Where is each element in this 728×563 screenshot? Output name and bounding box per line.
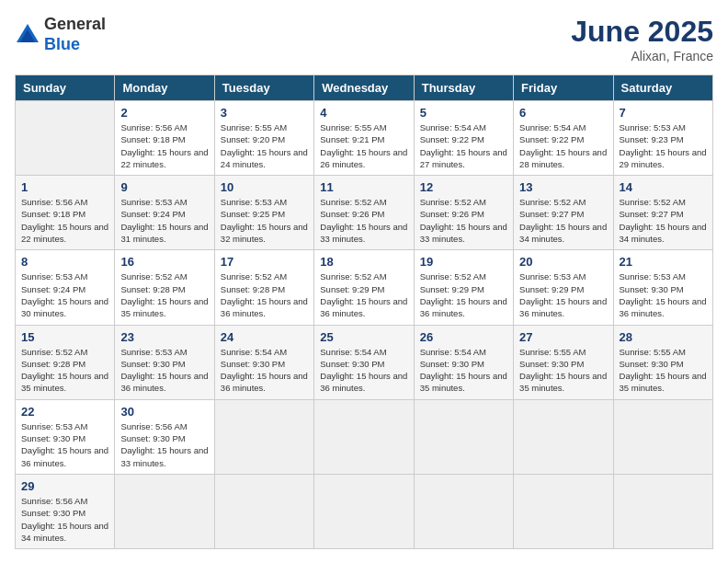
table-row: 7 Sunrise: 5:53 AMSunset: 9:23 PMDayligh… bbox=[613, 101, 712, 176]
day-number: 7 bbox=[620, 106, 707, 120]
day-number: 24 bbox=[221, 330, 308, 344]
empty-cell bbox=[514, 474, 613, 548]
table-row: 29 Sunrise: 5:56 AMSunset: 9:30 PMDaylig… bbox=[16, 474, 115, 548]
day-info: Sunrise: 5:53 AMSunset: 9:30 PMDaylight:… bbox=[120, 346, 208, 395]
day-info: Sunrise: 5:53 AMSunset: 9:30 PMDaylight:… bbox=[620, 270, 707, 319]
table-row: 25 Sunrise: 5:54 AMSunset: 9:30 PMDaylig… bbox=[314, 325, 414, 399]
day-number: 27 bbox=[519, 330, 607, 344]
table-row: 17 Sunrise: 5:52 AMSunset: 9:28 PMDaylig… bbox=[214, 250, 313, 325]
day-number: 30 bbox=[120, 405, 208, 419]
day-info: Sunrise: 5:53 AMSunset: 9:30 PMDaylight:… bbox=[21, 420, 108, 469]
day-info: Sunrise: 5:56 AMSunset: 9:18 PMDaylight:… bbox=[21, 196, 108, 245]
table-row: 1 Sunrise: 5:56 AMSunset: 9:18 PMDayligh… bbox=[16, 176, 115, 250]
table-row: 12 Sunrise: 5:52 AMSunset: 9:26 PMDaylig… bbox=[414, 176, 513, 250]
header-wednesday: Wednesday bbox=[314, 75, 414, 101]
day-info: Sunrise: 5:54 AMSunset: 9:30 PMDaylight:… bbox=[420, 346, 507, 395]
day-info: Sunrise: 5:54 AMSunset: 9:30 PMDaylight:… bbox=[320, 346, 407, 395]
table-row: 5 Sunrise: 5:54 AMSunset: 9:22 PMDayligh… bbox=[414, 101, 513, 176]
day-number: 9 bbox=[120, 180, 208, 194]
week-row-4: 15 Sunrise: 5:52 AMSunset: 9:28 PMDaylig… bbox=[16, 325, 713, 399]
day-number: 14 bbox=[620, 180, 707, 194]
day-number: 1 bbox=[21, 180, 108, 194]
table-row: 28 Sunrise: 5:55 AMSunset: 9:30 PMDaylig… bbox=[613, 325, 712, 399]
header-sunday: Sunday bbox=[16, 75, 115, 101]
day-number: 26 bbox=[420, 330, 507, 344]
month-title: June 2025 bbox=[571, 15, 713, 49]
title-section: June 2025 Alixan, France bbox=[571, 15, 713, 63]
table-row: 9 Sunrise: 5:53 AMSunset: 9:24 PMDayligh… bbox=[115, 176, 214, 250]
table-row: 24 Sunrise: 5:54 AMSunset: 9:30 PMDaylig… bbox=[214, 325, 313, 399]
header-thursday: Thursday bbox=[414, 75, 513, 101]
day-info: Sunrise: 5:53 AMSunset: 9:25 PMDaylight:… bbox=[221, 196, 308, 245]
table-row: 30 Sunrise: 5:56 AMSunset: 9:30 PMDaylig… bbox=[115, 399, 214, 474]
day-number: 12 bbox=[420, 180, 507, 194]
day-number: 2 bbox=[120, 106, 208, 120]
calendar-table: Sunday Monday Tuesday Wednesday Thursday… bbox=[15, 75, 713, 549]
day-info: Sunrise: 5:52 AMSunset: 9:28 PMDaylight:… bbox=[120, 270, 208, 319]
table-row: 26 Sunrise: 5:54 AMSunset: 9:30 PMDaylig… bbox=[414, 325, 513, 399]
empty-cell bbox=[414, 474, 513, 548]
day-info: Sunrise: 5:52 AMSunset: 9:27 PMDaylight:… bbox=[620, 196, 707, 245]
day-number: 5 bbox=[420, 106, 507, 120]
day-info: Sunrise: 5:54 AMSunset: 9:22 PMDaylight:… bbox=[420, 121, 507, 170]
day-number: 15 bbox=[21, 330, 108, 344]
table-row: 22 Sunrise: 5:53 AMSunset: 9:30 PMDaylig… bbox=[16, 399, 115, 474]
day-info: Sunrise: 5:52 AMSunset: 9:29 PMDaylight:… bbox=[320, 270, 407, 319]
day-number: 23 bbox=[120, 330, 208, 344]
week-row-6: 29 Sunrise: 5:56 AMSunset: 9:30 PMDaylig… bbox=[16, 474, 713, 548]
table-row: 6 Sunrise: 5:54 AMSunset: 9:22 PMDayligh… bbox=[514, 101, 613, 176]
day-number: 16 bbox=[120, 255, 208, 269]
day-number: 10 bbox=[221, 180, 308, 194]
logo-icon bbox=[15, 22, 40, 48]
day-info: Sunrise: 5:53 AMSunset: 9:29 PMDaylight:… bbox=[519, 270, 607, 319]
table-row: 10 Sunrise: 5:53 AMSunset: 9:25 PMDaylig… bbox=[214, 176, 313, 250]
day-number: 28 bbox=[620, 330, 707, 344]
table-row: 20 Sunrise: 5:53 AMSunset: 9:29 PMDaylig… bbox=[514, 250, 613, 325]
day-info: Sunrise: 5:54 AMSunset: 9:30 PMDaylight:… bbox=[221, 346, 308, 395]
day-number: 4 bbox=[320, 106, 407, 120]
week-row-5: 22 Sunrise: 5:53 AMSunset: 9:30 PMDaylig… bbox=[16, 399, 713, 474]
day-number: 22 bbox=[21, 405, 108, 419]
logo-blue: Blue bbox=[44, 35, 80, 53]
day-info: Sunrise: 5:55 AMSunset: 9:30 PMDaylight:… bbox=[620, 346, 707, 395]
logo-general: General bbox=[44, 15, 106, 33]
header-monday: Monday bbox=[115, 75, 214, 101]
table-row: 19 Sunrise: 5:52 AMSunset: 9:29 PMDaylig… bbox=[414, 250, 513, 325]
empty-cell bbox=[514, 399, 613, 474]
day-number: 18 bbox=[320, 255, 407, 269]
day-info: Sunrise: 5:53 AMSunset: 9:24 PMDaylight:… bbox=[120, 196, 208, 245]
header-friday: Friday bbox=[514, 75, 613, 101]
day-info: Sunrise: 5:52 AMSunset: 9:28 PMDaylight:… bbox=[21, 346, 108, 395]
day-info: Sunrise: 5:54 AMSunset: 9:22 PMDaylight:… bbox=[519, 121, 607, 170]
table-row: 14 Sunrise: 5:52 AMSunset: 9:27 PMDaylig… bbox=[613, 176, 712, 250]
empty-cell bbox=[115, 474, 214, 548]
day-number: 11 bbox=[320, 180, 407, 194]
header-tuesday: Tuesday bbox=[214, 75, 313, 101]
day-info: Sunrise: 5:52 AMSunset: 9:26 PMDaylight:… bbox=[420, 196, 507, 245]
day-info: Sunrise: 5:52 AMSunset: 9:26 PMDaylight:… bbox=[320, 196, 407, 245]
day-info: Sunrise: 5:52 AMSunset: 9:27 PMDaylight:… bbox=[519, 196, 607, 245]
table-row: 21 Sunrise: 5:53 AMSunset: 9:30 PMDaylig… bbox=[613, 250, 712, 325]
day-number: 19 bbox=[420, 255, 507, 269]
day-info: Sunrise: 5:53 AMSunset: 9:24 PMDaylight:… bbox=[21, 270, 108, 319]
empty-cell bbox=[214, 399, 313, 474]
day-info: Sunrise: 5:56 AMSunset: 9:18 PMDaylight:… bbox=[120, 121, 208, 170]
day-info: Sunrise: 5:55 AMSunset: 9:21 PMDaylight:… bbox=[320, 121, 407, 170]
logo: General Blue bbox=[15, 15, 106, 54]
table-row: 18 Sunrise: 5:52 AMSunset: 9:29 PMDaylig… bbox=[314, 250, 414, 325]
day-info: Sunrise: 5:52 AMSunset: 9:28 PMDaylight:… bbox=[221, 270, 308, 319]
header-saturday: Saturday bbox=[613, 75, 712, 101]
table-row: 3 Sunrise: 5:55 AMSunset: 9:20 PMDayligh… bbox=[214, 101, 313, 176]
day-info: Sunrise: 5:55 AMSunset: 9:20 PMDaylight:… bbox=[221, 121, 308, 170]
day-info: Sunrise: 5:53 AMSunset: 9:23 PMDaylight:… bbox=[620, 121, 707, 170]
day-number: 21 bbox=[620, 255, 707, 269]
table-row: 23 Sunrise: 5:53 AMSunset: 9:30 PMDaylig… bbox=[115, 325, 214, 399]
empty-cell bbox=[613, 399, 712, 474]
day-number: 17 bbox=[221, 255, 308, 269]
table-row: 11 Sunrise: 5:52 AMSunset: 9:26 PMDaylig… bbox=[314, 176, 414, 250]
day-number: 25 bbox=[320, 330, 407, 344]
day-number: 8 bbox=[21, 255, 108, 269]
table-row: 4 Sunrise: 5:55 AMSunset: 9:21 PMDayligh… bbox=[314, 101, 414, 176]
empty-cell bbox=[214, 474, 313, 548]
day-info: Sunrise: 5:55 AMSunset: 9:30 PMDaylight:… bbox=[519, 346, 607, 395]
